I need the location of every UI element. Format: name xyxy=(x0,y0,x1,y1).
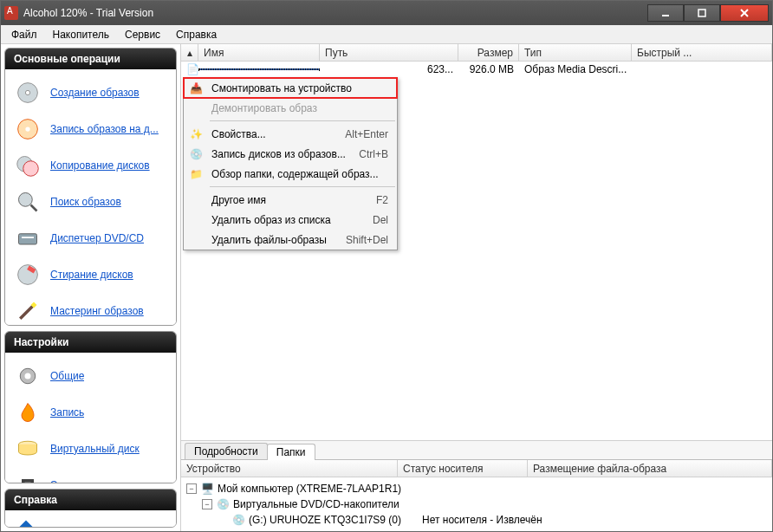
cm-mount[interactable]: 📥 Смонтировать на устройство xyxy=(184,78,397,98)
search-icon xyxy=(14,188,42,216)
list-row[interactable]: 📄 623... 926.0 MB Образ Media Descri... xyxy=(181,62,772,77)
cm-unmount: Демонтировать образ xyxy=(184,98,397,118)
titlebar: Alcohol 120% - Trial Version xyxy=(1,1,772,25)
cm-delete-files[interactable]: Удалить файлы-образы Shift+Del xyxy=(184,230,397,250)
op-mastering[interactable]: Мастеринг образов xyxy=(9,293,172,326)
list-header: ▴ Имя Путь Размер Тип Быстрый ... xyxy=(181,44,772,62)
op-copy-discs[interactable]: Копирование дисков xyxy=(9,147,172,184)
cm-shortcut: Del xyxy=(373,214,397,226)
chip-icon xyxy=(14,471,42,484)
op-burn-image[interactable]: Запись образов на д... xyxy=(9,111,172,147)
panel-main-ops-title: Основные операции xyxy=(5,49,176,69)
panel-settings: Настройки Общие Запись Виртуальный диск … xyxy=(4,331,177,484)
cm-shortcut: Ctrl+B xyxy=(359,148,397,160)
col-size[interactable]: Размер xyxy=(458,44,519,61)
menu-drive[interactable]: Накопитель xyxy=(46,27,117,42)
cm-label: Демонтировать образ xyxy=(208,102,397,114)
menu-file[interactable]: Файл xyxy=(4,27,44,42)
settings-virtual-drive[interactable]: Виртуальный диск xyxy=(9,431,172,467)
settings-emulation[interactable]: Эмуляция xyxy=(9,467,172,484)
menu-help[interactable]: Справка xyxy=(169,27,224,42)
op-label: Запись xyxy=(50,406,84,418)
cm-label: Запись дисков из образов... xyxy=(208,148,359,160)
settings-burning[interactable]: Запись xyxy=(9,394,172,431)
op-label: Создание образов xyxy=(50,87,140,99)
wand-icon: ✨ xyxy=(184,128,208,140)
cell-size: 926.0 MB xyxy=(458,63,519,75)
op-dvd-manager[interactable]: Диспетчер DVD/CD xyxy=(9,220,172,256)
device-tree[interactable]: − 🖥️ Мой компьютер (XTREME-7LAAP1R1) − 💿… xyxy=(181,477,772,531)
svg-point-9 xyxy=(23,161,39,177)
op-label: Стирание дисков xyxy=(50,269,133,281)
maximize-button[interactable] xyxy=(684,4,720,22)
tree-status: Нет носителя - Извлечён xyxy=(422,514,542,526)
col-media-status[interactable]: Статус носителя xyxy=(398,460,528,477)
op-search-images[interactable]: Поиск образов xyxy=(9,184,172,220)
col-path[interactable]: Путь xyxy=(320,44,458,61)
col-type[interactable]: Тип xyxy=(519,44,632,61)
help-icon[interactable] xyxy=(12,516,40,528)
cm-shortcut: F2 xyxy=(376,194,397,206)
tree-toggle[interactable]: − xyxy=(202,499,212,509)
fire-icon xyxy=(14,399,42,426)
svg-rect-25 xyxy=(25,482,31,483)
menu-service[interactable]: Сервис xyxy=(118,27,167,42)
minimize-button[interactable] xyxy=(647,4,684,22)
app-icon xyxy=(4,6,18,20)
panel-help-title: Справка xyxy=(5,490,176,510)
col-quick[interactable]: Быстрый ... xyxy=(632,44,772,61)
close-button[interactable] xyxy=(720,4,769,22)
svg-point-14 xyxy=(18,265,38,285)
op-create-image[interactable]: Создание образов xyxy=(9,75,172,111)
tree-computer[interactable]: − 🖥️ Мой компьютер (XTREME-7LAAP1R1) xyxy=(186,481,767,496)
tab-details[interactable]: Подробности xyxy=(185,443,268,459)
menubar: Файл Накопитель Сервис Справка xyxy=(1,25,772,44)
tree-header: Устройство Статус носителя Размещение фа… xyxy=(181,460,772,477)
svg-line-16 xyxy=(20,305,34,319)
settings-general[interactable]: Общие xyxy=(9,358,172,394)
svg-point-7 xyxy=(25,127,29,131)
svg-line-11 xyxy=(31,205,37,211)
col-name[interactable]: Имя xyxy=(198,44,320,61)
cm-label: Другое имя xyxy=(208,194,376,206)
sort-arrow-icon[interactable]: ▴ xyxy=(181,44,198,61)
tree-toggle[interactable]: − xyxy=(186,483,197,494)
main-area: ▴ Имя Путь Размер Тип Быстрый ... 📄 623.… xyxy=(181,44,772,531)
cm-separator xyxy=(210,120,395,121)
svg-point-10 xyxy=(19,193,33,207)
svg-marker-26 xyxy=(17,521,36,528)
disc-copy-icon xyxy=(14,152,42,179)
cm-label: Удалить файлы-образы xyxy=(208,234,346,246)
op-erase-discs[interactable]: Стирание дисков xyxy=(9,256,172,293)
cm-label: Обзор папки, содержащей образ... xyxy=(208,168,397,180)
disc-burn-icon xyxy=(14,115,42,143)
tab-folders[interactable]: Папки xyxy=(267,444,315,460)
cm-burn[interactable]: 💿 Запись дисков из образов... Ctrl+B xyxy=(184,144,397,164)
svg-rect-24 xyxy=(22,479,34,484)
panel-settings-title: Настройки xyxy=(5,332,176,353)
svg-rect-1 xyxy=(698,10,705,16)
tree-virtual-drives[interactable]: − 💿 Виртуальные DVD/CD-накопители xyxy=(202,496,767,512)
cm-label: Смонтировать на устройство xyxy=(208,82,397,94)
window-title: Alcohol 120% - Trial Version xyxy=(23,7,647,19)
cell-path: 623... xyxy=(320,63,458,75)
context-menu: 📥 Смонтировать на устройство Демонтирова… xyxy=(183,77,398,250)
cd-icon: 💿 xyxy=(231,513,245,527)
cm-separator xyxy=(210,186,395,187)
folder-icon: 💿 xyxy=(216,497,230,511)
tree-drive-g[interactable]: 💿 (G:) URUHOZE KTQ3C1I7S9 (0) Нет носите… xyxy=(218,512,767,528)
cm-remove-from-list[interactable]: Удалить образ из списка Del xyxy=(184,210,397,230)
col-device[interactable]: Устройство xyxy=(181,460,398,477)
cm-rename[interactable]: Другое имя F2 xyxy=(184,190,397,210)
cm-properties[interactable]: ✨ Свойства... Alt+Enter xyxy=(184,124,397,144)
op-label: Общие xyxy=(50,370,84,382)
cm-browse-folder[interactable]: 📁 Обзор папки, содержащей образ... xyxy=(184,164,397,184)
svg-rect-12 xyxy=(19,234,37,244)
op-label: Поиск образов xyxy=(50,196,121,208)
col-image-location[interactable]: Размещение файла-образа xyxy=(528,460,772,477)
image-list[interactable]: 📄 623... 926.0 MB Образ Media Descri... … xyxy=(181,62,772,440)
panel-main-ops: Основные операции Создание образов Запис… xyxy=(4,48,177,326)
tree-label: Мой компьютер (XTREME-7LAAP1R1) xyxy=(218,483,401,495)
disc-icon xyxy=(14,79,42,107)
vdrive-icon xyxy=(14,435,42,463)
